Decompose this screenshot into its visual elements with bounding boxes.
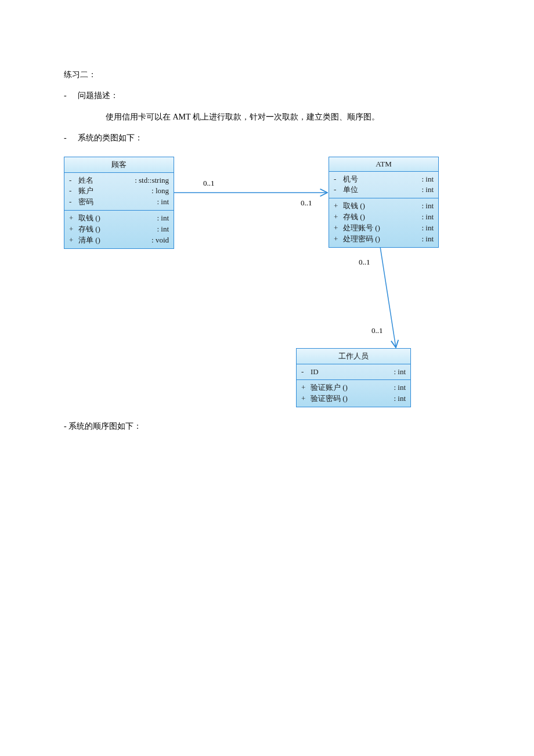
op-row: +验证账户 (): int [301, 382, 406, 393]
attr-row: -单位: int [334, 185, 434, 196]
class-customer-title: 顾客 [64, 157, 174, 173]
bullet-seqdiagram: - 系统的顺序图如下： [64, 420, 470, 433]
multiplicity-atm-staff-top: 0..1 [359, 258, 370, 267]
multiplicity-atm-staff-bottom: 0..1 [371, 326, 383, 335]
class-diagram: 0..1 0..1 0..1 0..1 顾客 -姓名: std::string … [64, 153, 470, 420]
class-customer-ops: +取钱 (): int +存钱 (): int +清单 (): void [64, 211, 174, 248]
op-row: +处理账号 (): int [334, 223, 434, 234]
problem-body: 使用信用卡可以在 AMT 机上进行取款，针对一次取款，建立类图、顺序图。 [64, 111, 470, 124]
class-staff-ops: +验证账户 (): int +验证密码 (): int [297, 380, 410, 407]
class-customer: 顾客 -姓名: std::string -账户: long -密码: int +… [64, 157, 174, 249]
bullet-classdiagram-label: 系统的类图如下： [78, 133, 143, 142]
op-row: +清单 (): void [69, 235, 169, 246]
heading: 练习二： [64, 68, 470, 81]
op-row: +处理密码 (): int [334, 234, 434, 245]
dash-icon: - [64, 89, 75, 102]
multiplicity-atm-side: 0..1 [301, 198, 312, 208]
attr-row: -ID: int [301, 367, 406, 378]
attr-row: -账户: long [69, 186, 169, 197]
bullet-problem-label: 问题描述： [78, 91, 118, 100]
op-row: +取钱 (): int [69, 213, 169, 224]
attr-row: -密码: int [69, 197, 169, 208]
attr-row: -机号: int [334, 174, 434, 185]
dash-icon: - [64, 132, 75, 144]
class-atm: ATM -机号: int -单位: int +取钱 (): int +存钱 ()… [329, 157, 439, 248]
attr-row: -姓名: std::string [69, 175, 169, 186]
class-atm-attrs: -机号: int -单位: int [329, 172, 438, 199]
bullet-classdiagram: - 系统的类图如下： [64, 132, 470, 144]
class-atm-ops: +取钱 (): int +存钱 (): int +处理账号 (): int +处… [329, 198, 438, 247]
class-customer-attrs: -姓名: std::string -账户: long -密码: int [64, 173, 174, 211]
class-staff: 工作人员 -ID: int +验证账户 (): int +验证密码 (): in… [296, 348, 411, 408]
op-row: +验证密码 (): int [301, 393, 406, 404]
class-staff-title: 工作人员 [297, 349, 410, 364]
op-row: +取钱 (): int [334, 201, 434, 212]
class-staff-attrs: -ID: int [297, 364, 410, 381]
op-row: +存钱 (): int [69, 224, 169, 235]
op-row: +存钱 (): int [334, 212, 434, 223]
class-atm-title: ATM [329, 157, 438, 172]
multiplicity-customer-side: 0..1 [203, 179, 215, 188]
bullet-problem: - 问题描述： [64, 89, 470, 102]
